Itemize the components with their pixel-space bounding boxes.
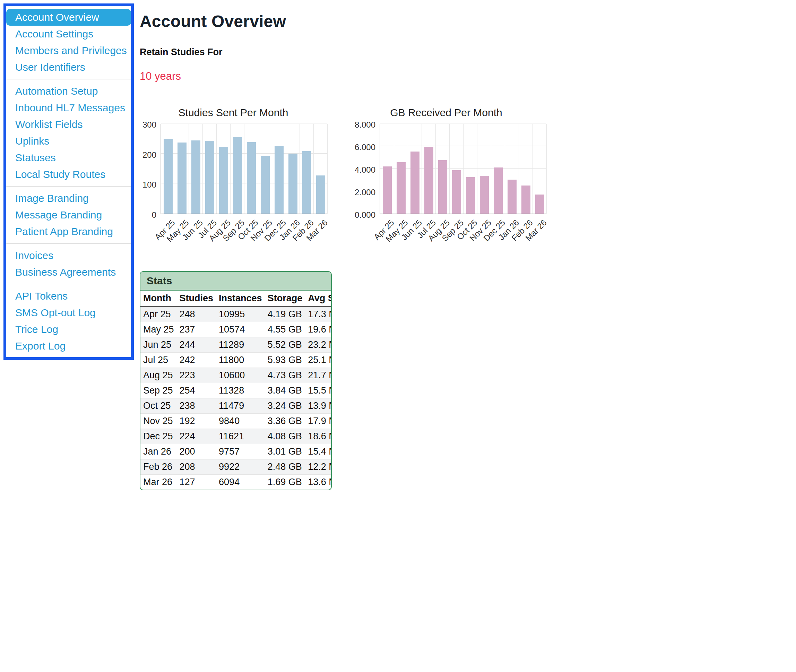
table-cell: 4.19 GB <box>265 307 305 322</box>
sidebar-item-patient-app-branding[interactable]: Patient App Branding <box>6 223 131 240</box>
table-cell: 208 <box>177 459 216 475</box>
table-cell: 9840 <box>216 414 265 429</box>
sidebar-item-statuses[interactable]: Statuses <box>6 149 131 166</box>
gridline <box>547 124 547 214</box>
sidebar-item-invoices[interactable]: Invoices <box>6 247 131 264</box>
gridline <box>408 124 408 214</box>
sidebar-item-business-agreements[interactable]: Business Agreements <box>6 264 131 280</box>
gridline <box>161 123 327 123</box>
table-row: Jun 25244112895.52 GB23.2 MB <box>141 338 332 353</box>
table-cell: 223 <box>177 368 216 383</box>
sidebar-item-inbound-hl7-messages[interactable]: Inbound HL7 Messages <box>6 99 131 116</box>
table-cell: 4.08 GB <box>265 429 305 444</box>
table-cell: 3.84 GB <box>265 383 305 398</box>
table-cell: 224 <box>177 429 216 444</box>
table-row: Aug 25223106004.73 GB21.7 MB <box>141 368 332 383</box>
sidebar-item-account-settings[interactable]: Account Settings <box>6 26 131 42</box>
sidebar-item-export-log[interactable]: Export Log <box>6 338 131 354</box>
table-cell: 18.6 MB <box>305 429 332 444</box>
bar <box>191 141 200 214</box>
y-axis-labels: 0.0002.0004.0006.0008.000 <box>346 124 380 215</box>
stats-table: MonthStudiesInstancesStorageAvg Size Apr… <box>141 291 332 490</box>
table-cell: 15.5 MB <box>305 383 332 398</box>
sidebar-item-sms-opt-out-log[interactable]: SMS Opt-out Log <box>6 304 131 321</box>
gridline <box>203 124 203 214</box>
gridline <box>327 124 328 214</box>
column-header-month: Month <box>141 291 177 307</box>
table-cell: 10995 <box>216 307 265 322</box>
table-row: Sep 25254113283.84 GB15.5 MB <box>141 383 332 398</box>
y-axis-tick-label: 200 <box>142 151 157 159</box>
table-cell: 15.4 MB <box>305 444 332 459</box>
table-cell: 5.52 GB <box>265 338 305 353</box>
sidebar-item-automation-setup[interactable]: Automation Setup <box>6 83 131 99</box>
gridline <box>519 124 519 214</box>
page: Account OverviewAccount SettingsMembers … <box>0 0 796 494</box>
gridline <box>286 124 286 214</box>
bar <box>233 137 242 214</box>
stats-card-title: Stats <box>141 272 331 291</box>
stats-table-header-row: MonthStudiesInstancesStorageAvg Size <box>141 291 332 307</box>
table-cell: 254 <box>177 383 216 398</box>
table-cell: 3.01 GB <box>265 444 305 459</box>
bar <box>438 160 447 214</box>
sidebar-item-message-branding[interactable]: Message Branding <box>6 206 131 223</box>
table-cell: 200 <box>177 444 216 459</box>
chart-body: 0100200300 Apr 25May 25Jun 25Jul 25Aug 2… <box>140 124 327 249</box>
gridline <box>532 124 533 214</box>
table-cell: 17.3 MB <box>305 307 332 322</box>
sidebar-item-account-overview[interactable]: Account Overview <box>6 9 131 26</box>
bar <box>480 176 489 214</box>
table-cell: 248 <box>177 307 216 322</box>
table-cell: 6094 <box>216 475 265 490</box>
table-cell: 23.2 MB <box>305 338 332 353</box>
bar <box>494 168 503 214</box>
bar <box>452 170 461 214</box>
table-cell: 1.69 GB <box>265 475 305 490</box>
table-cell: Oct 25 <box>141 398 177 414</box>
y-axis-tick-label: 8.000 <box>355 121 376 129</box>
chart-title: GB Received Per Month <box>346 107 546 118</box>
retain-studies-value: 10 years <box>140 70 791 83</box>
stats-card: Stats MonthStudiesInstancesStorageAvg Si… <box>140 271 332 490</box>
sidebar-item-members-and-privileges[interactable]: Members and Privileges <box>6 42 131 59</box>
bar <box>316 176 325 214</box>
plot-area <box>380 124 546 214</box>
bar <box>205 141 214 214</box>
sidebar-item-user-identifiers[interactable]: User Identifiers <box>6 59 131 75</box>
y-axis-tick-label: 0.000 <box>355 211 376 219</box>
table-cell: 4.73 GB <box>265 368 305 383</box>
main-content: Account Overview Retain Studies For 10 y… <box>140 3 791 490</box>
bar <box>508 179 516 214</box>
sidebar-item-api-tokens[interactable]: API Tokens <box>6 288 131 304</box>
y-axis-labels: 0100200300 <box>140 124 160 215</box>
table-cell: Feb 26 <box>141 459 177 475</box>
bar <box>275 146 284 214</box>
chart-studies-sent-per-month: Studies Sent Per Month 0100200300 Apr 25… <box>140 107 327 249</box>
plot-area-wrap: Apr 25May 25Jun 25Jul 25Aug 25Sep 25Oct … <box>380 124 546 249</box>
table-row: Jan 2620097573.01 GB15.4 MB <box>141 444 332 459</box>
table-row: Dec 25224116214.08 GB18.6 MB <box>141 429 332 444</box>
sidebar-divider <box>6 186 131 187</box>
bar <box>164 139 173 214</box>
column-header-instances: Instances <box>216 291 265 307</box>
sidebar-item-trice-log[interactable]: Trice Log <box>6 321 131 338</box>
y-axis-tick-label: 6.000 <box>355 143 376 152</box>
table-cell: 13.9 MB <box>305 398 332 414</box>
plot-area-wrap: Apr 25May 25Jun 25Jul 25Aug 25Sep 25Oct … <box>160 124 327 249</box>
sidebar-item-worklist-fields[interactable]: Worklist Fields <box>6 116 131 133</box>
gridline <box>175 124 175 214</box>
table-cell: 13.6 MB <box>305 475 332 490</box>
table-cell: 21.7 MB <box>305 368 332 383</box>
table-cell: 12.2 MB <box>305 459 332 475</box>
page-title: Account Overview <box>140 12 791 31</box>
table-row: Nov 2519298403.36 GB17.9 MB <box>141 414 332 429</box>
gridline <box>272 124 272 214</box>
gridline <box>394 124 394 214</box>
gridline <box>313 124 314 214</box>
sidebar-item-image-branding[interactable]: Image Branding <box>6 190 131 206</box>
gridline <box>449 124 450 214</box>
sidebar-item-uplinks[interactable]: Uplinks <box>6 133 131 149</box>
table-cell: 17.9 MB <box>305 414 332 429</box>
sidebar-item-local-study-routes[interactable]: Local Study Routes <box>6 166 131 183</box>
